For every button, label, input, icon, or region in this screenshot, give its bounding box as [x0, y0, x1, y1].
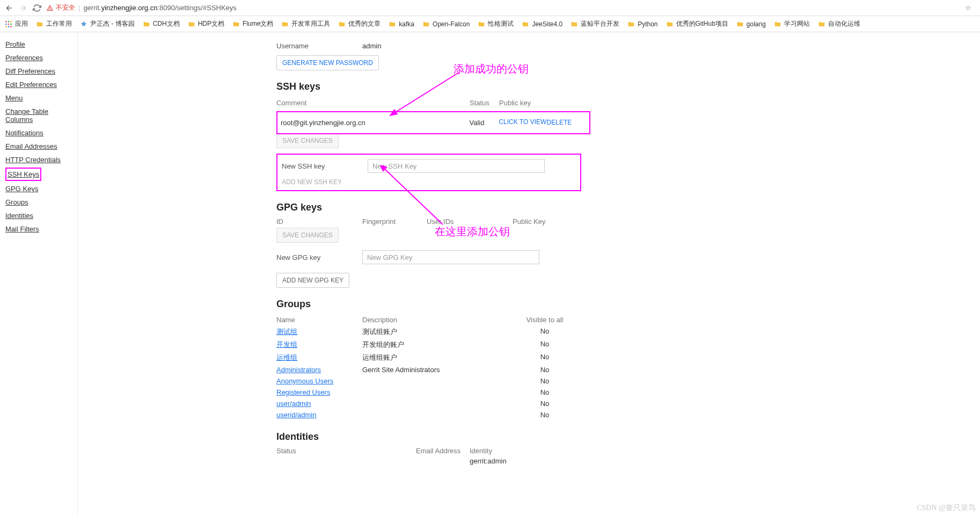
folder-icon — [35, 20, 44, 28]
col-fingerprint: Fingerprint — [362, 217, 427, 226]
bookmark-item[interactable]: 优秀的GitHub项目 — [665, 19, 728, 28]
group-visible: No — [523, 353, 566, 362]
col-gpg-public-key: Public Key — [513, 217, 545, 226]
bookmark-item[interactable]: CDH文档 — [142, 19, 180, 28]
reload-icon[interactable] — [32, 3, 42, 13]
group-name-link[interactable]: Administrators — [276, 366, 321, 374]
group-row: user/admin No — [276, 398, 566, 409]
folder-icon — [521, 20, 530, 28]
watermark: CSDN @壹只菜鸟 — [917, 503, 976, 513]
sidebar-item[interactable]: Change Table Columns — [5, 105, 77, 126]
bookmark-item[interactable]: 开发常用工具 — [281, 19, 330, 28]
bookmark-item[interactable]: Open-Falcon — [422, 19, 470, 28]
bookmark-item[interactable]: 尹正杰 - 博客园 — [79, 19, 135, 28]
sidebar-item[interactable]: Email Addresses — [5, 140, 77, 153]
groups-table: Name Description Visible to all 测试组 测试组账… — [276, 314, 566, 420]
username-label: Username — [276, 42, 362, 50]
star-icon[interactable]: ☆ — [965, 4, 971, 12]
group-name-link[interactable]: Anonymous Users — [276, 377, 333, 385]
identities-title: Identities — [276, 431, 959, 443]
new-gpg-input[interactable] — [362, 250, 539, 264]
bookmark-item[interactable]: 性格测试 — [477, 19, 514, 28]
insecure-badge: 不安全 — [46, 3, 75, 12]
col-id-status: Status — [276, 447, 416, 455]
new-ssh-label: New SSH key — [282, 162, 368, 170]
group-description: 测试组账户 — [362, 327, 523, 337]
sidebar-item[interactable]: Groups — [5, 195, 77, 209]
settings-sidebar: ProfilePreferencesDiff PreferencesEdit P… — [0, 32, 78, 515]
generate-password-button[interactable]: GENERATE NEW PASSWORD — [276, 55, 379, 70]
bookmark-item[interactable]: golang — [736, 19, 766, 28]
gpg-keys-title: GPG keys — [276, 202, 959, 213]
bookmark-item[interactable]: Flume文档 — [232, 19, 273, 28]
ssh-view-link[interactable]: CLICK TO VIEW — [499, 117, 546, 129]
apps-button[interactable]: 应用 — [4, 19, 28, 28]
svg-point-3 — [5, 23, 7, 25]
back-icon[interactable] — [4, 3, 14, 13]
group-visible: No — [523, 327, 566, 337]
sidebar-item[interactable]: Notifications — [5, 126, 77, 140]
group-row: Anonymous Users No — [276, 375, 566, 387]
sidebar-item[interactable]: Identities — [5, 209, 77, 222]
annotation-add-here: 在这里添加公钥 — [435, 224, 510, 239]
group-description — [362, 388, 523, 396]
sidebar-item[interactable]: Edit Preferences — [5, 78, 77, 91]
svg-point-8 — [10, 26, 12, 27]
sidebar-item[interactable]: Profile — [5, 38, 77, 51]
add-gpg-button[interactable]: ADD NEW GPG KEY — [276, 273, 349, 288]
folder-icon — [142, 20, 151, 28]
folder-icon — [338, 20, 346, 28]
apps-icon — [4, 20, 13, 28]
group-name-link[interactable]: Registered Users — [276, 388, 330, 396]
sidebar-item[interactable]: Mail Filters — [5, 222, 77, 236]
insecure-label: 不安全 — [56, 3, 75, 12]
bookmark-item[interactable]: Python — [627, 19, 657, 28]
col-id-email: Email Address — [416, 447, 470, 455]
forward-icon[interactable] — [18, 3, 28, 13]
group-visible: No — [523, 411, 566, 419]
sidebar-item[interactable]: Diff Preferences — [5, 64, 77, 78]
content-area: Username admin GENERATE NEW PASSWORD SSH… — [78, 32, 980, 515]
new-ssh-key-box: New SSH key ADD NEW SSH KEY — [276, 154, 581, 191]
bookmark-item[interactable]: 工作常用 — [35, 19, 72, 28]
bookmark-item[interactable]: 优秀的文章 — [338, 19, 381, 28]
browser-toolbar: 不安全 | gerrit.yinzhengjie.org.cn:8090/set… — [0, 0, 980, 16]
username-value: admin — [362, 42, 381, 50]
bookmark-item[interactable]: kafka — [388, 19, 414, 28]
col-id-identity: Identity — [470, 447, 492, 455]
sidebar-item[interactable]: Menu — [5, 91, 77, 105]
folder-icon — [232, 20, 240, 28]
folder-icon — [281, 20, 289, 28]
url-text: gerrit.yinzhengjie.org.cn:8090/settings/… — [83, 4, 236, 12]
ssh-status: Valid — [470, 117, 499, 129]
group-name-link[interactable]: 测试组 — [276, 328, 297, 336]
sidebar-item[interactable]: HTTP Credentials — [5, 153, 77, 166]
sidebar-item[interactable]: Preferences — [5, 51, 77, 64]
bookmark-item[interactable]: HDP文档 — [187, 19, 224, 28]
ssh-delete-link[interactable]: DELETE — [547, 117, 589, 129]
bookmark-item[interactable]: 蓝鲸平台开发 — [570, 19, 619, 28]
sidebar-item[interactable]: SSH Keys — [5, 168, 41, 181]
new-gpg-label: New GPG key — [276, 253, 362, 262]
group-name-link[interactable]: user/admin — [276, 400, 311, 408]
bookmark-item[interactable]: 自动化运维 — [817, 19, 860, 28]
new-ssh-input[interactable] — [368, 159, 545, 173]
group-name-link[interactable]: userid/admin — [276, 411, 316, 419]
bookmark-item[interactable]: 学习网站 — [773, 19, 810, 28]
ssh-keys-table: Comment Status Public key root@git.yinzh… — [276, 97, 590, 134]
group-name-link[interactable]: 运维组 — [276, 353, 297, 361]
identity-value: gerrit:admin — [470, 457, 507, 465]
folder-icon — [665, 20, 674, 28]
folder-icon — [388, 20, 397, 28]
folder-icon — [736, 20, 744, 28]
add-ssh-button[interactable]: ADD NEW SSH KEY — [282, 178, 576, 186]
sidebar-item[interactable]: GPG Keys — [5, 182, 77, 195]
url-bar[interactable]: 不安全 | gerrit.yinzhengjie.org.cn:8090/set… — [46, 3, 961, 12]
group-description: Gerrit Site Administrators — [362, 366, 523, 374]
group-name-link[interactable]: 开发组 — [276, 340, 297, 349]
group-description — [362, 377, 523, 385]
bookmark-item[interactable]: JeeSite4.0 — [521, 19, 562, 28]
folder-icon — [187, 20, 196, 28]
group-row: 测试组 测试组账户 No — [276, 325, 566, 338]
ssh-keys-title: SSH keys — [276, 81, 959, 92]
